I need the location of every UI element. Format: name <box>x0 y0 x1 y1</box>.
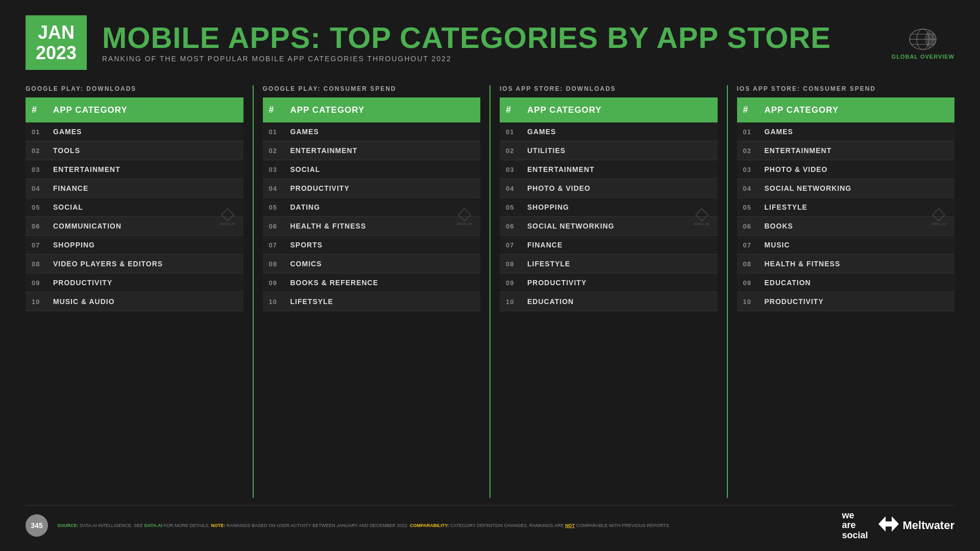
row-num: 07 <box>263 236 284 255</box>
row-num: 10 <box>26 292 47 311</box>
table-3: # APP CATEGORY 01GAMES02UTILITIES03ENTER… <box>500 97 718 311</box>
row-num: 06 <box>500 217 521 236</box>
row-category: FINANCE <box>47 179 243 198</box>
row-num: 09 <box>263 273 284 292</box>
brand-logos: we are social Meltwater <box>842 511 954 541</box>
table-row: 02TOOLS <box>26 141 243 160</box>
globe-icon <box>902 26 943 54</box>
table-row: 02ENTERTAINMENT <box>263 141 481 160</box>
row-category: TOOLS <box>47 141 243 160</box>
row-num: 04 <box>26 179 47 198</box>
table-wrapper-2: # APP CATEGORY 01GAMES02ENTERTAINMENT03S… <box>263 97 481 311</box>
row-category: SOCIAL NETWORKING <box>758 179 955 198</box>
row-num: 05 <box>26 198 47 217</box>
table-row: 06HEALTH & FITNESS <box>263 217 481 236</box>
table-row: 04SOCIAL NETWORKING <box>737 179 955 198</box>
row-category: MUSIC <box>758 236 955 255</box>
table-row: 01GAMES <box>500 122 718 141</box>
meltwater-svg-icon <box>878 516 899 532</box>
table-body-1: 01GAMES02TOOLS03ENTERTAINMENT04FINANCE05… <box>26 122 243 311</box>
col-num-4: # <box>737 97 758 122</box>
we-are-social-logo: we are social <box>842 511 868 541</box>
table-row: 03ENTERTAINMENT <box>26 160 243 179</box>
table-header-row-2: # APP CATEGORY <box>263 97 481 122</box>
table-row: 05SHOPPING <box>500 198 718 217</box>
row-category: GAMES <box>284 122 481 141</box>
table-1: # APP CATEGORY 01GAMES02TOOLS03ENTERTAIN… <box>26 97 243 311</box>
row-category: ENTERTAINMENT <box>284 141 481 160</box>
table-wrapper-1: # APP CATEGORY 01GAMES02TOOLS03ENTERTAIN… <box>26 97 243 311</box>
row-category: SHOPPING <box>521 198 718 217</box>
table-row: 01GAMES <box>26 122 243 141</box>
global-overview: GLOBAL OVERVIEW <box>892 26 954 60</box>
table-row: 04FINANCE <box>26 179 243 198</box>
row-num: 04 <box>737 179 758 198</box>
svg-marker-5 <box>878 516 899 532</box>
table-header-row-1: # APP CATEGORY <box>26 97 243 122</box>
row-category: MUSIC & AUDIO <box>47 292 243 311</box>
table-row: 07FINANCE <box>500 236 718 255</box>
row-category: HEALTH & FITNESS <box>758 255 955 273</box>
table-row: 05DATING <box>263 198 481 217</box>
table-row: 01GAMES <box>737 122 955 141</box>
row-category: VIDEO PLAYERS & EDITORS <box>47 255 243 273</box>
row-category: DATING <box>284 198 481 217</box>
table-row: 10PRODUCTIVITY <box>737 292 955 311</box>
col-cat-4: APP CATEGORY <box>758 97 955 122</box>
row-num: 01 <box>263 122 284 141</box>
col-num-2: # <box>263 97 284 122</box>
row-num: 03 <box>263 160 284 179</box>
row-category: ENTERTAINMENT <box>521 160 718 179</box>
table-row: 09PRODUCTIVITY <box>500 273 718 292</box>
table-row: 04PHOTO & VIDEO <box>500 179 718 198</box>
global-label: GLOBAL OVERVIEW <box>892 54 954 60</box>
row-num: 09 <box>26 273 47 292</box>
table-wrapper-3: # APP CATEGORY 01GAMES02UTILITIES03ENTER… <box>500 97 718 311</box>
row-num: 02 <box>26 141 47 160</box>
note-label: NOTE: <box>211 523 225 528</box>
row-num: 04 <box>263 179 284 198</box>
row-num: 07 <box>500 236 521 255</box>
table-row: 09PRODUCTIVITY <box>26 273 243 292</box>
row-num: 09 <box>500 273 521 292</box>
table-header-row-3: # APP CATEGORY <box>500 97 718 122</box>
row-category: PHOTO & VIDEO <box>521 179 718 198</box>
row-category: PHOTO & VIDEO <box>758 160 955 179</box>
row-num: 02 <box>737 141 758 160</box>
table-body-4: 01GAMES02ENTERTAINMENT03PHOTO & VIDEO04S… <box>737 122 955 311</box>
table-ios-downloads: IOS APP STORE: DOWNLOADS # APP CATEGORY … <box>500 85 718 497</box>
row-num: 10 <box>263 292 284 311</box>
table-2: # APP CATEGORY 01GAMES02ENTERTAINMENT03S… <box>263 97 481 311</box>
table-body-3: 01GAMES02UTILITIES03ENTERTAINMENT04PHOTO… <box>500 122 718 311</box>
row-category: SOCIAL NETWORKING <box>521 217 718 236</box>
row-num: 03 <box>500 160 521 179</box>
comparability-label: COMPARABILITY: <box>410 523 449 528</box>
row-category: SOCIAL <box>284 160 481 179</box>
row-num: 03 <box>737 160 758 179</box>
source-detail2: FOR MORE DETAILS. <box>163 523 211 528</box>
section-label-gplay-spend: GOOGLE PLAY: CONSUMER SPEND <box>263 85 481 92</box>
col-num-1: # <box>26 97 47 122</box>
table-row: 10LIFETSYLE <box>263 292 481 311</box>
row-category: LIFESTYLE <box>521 255 718 273</box>
table-gplay-spend: GOOGLE PLAY: CONSUMER SPEND # APP CATEGO… <box>263 85 481 497</box>
table-gplay-downloads: GOOGLE PLAY: DOWNLOADS # APP CATEGORY 01… <box>26 85 243 497</box>
source-link: DATA.AI <box>144 523 162 528</box>
table-row: 07SHOPPING <box>26 236 243 255</box>
source-label: SOURCE: <box>57 523 79 528</box>
row-category: UTILITIES <box>521 141 718 160</box>
divider-2 <box>489 85 491 497</box>
col-cat-3: APP CATEGORY <box>521 97 718 122</box>
main-title: MOBILE APPS: TOP CATEGORIES BY APP STORE <box>102 23 892 53</box>
table-row: 09EDUCATION <box>737 273 955 292</box>
date-year: 2023 <box>35 43 78 63</box>
row-num: 01 <box>500 122 521 141</box>
comparability-text: CATEGORY DEFINITION CHANGES. RANKINGS AR… <box>450 523 565 528</box>
row-num: 10 <box>500 292 521 311</box>
section-label-ios-spend: IOS APP STORE: CONSUMER SPEND <box>737 85 955 92</box>
content-grid: GOOGLE PLAY: DOWNLOADS # APP CATEGORY 01… <box>26 85 954 497</box>
row-category: LIFESTYLE <box>758 198 955 217</box>
row-category: PRODUCTIVITY <box>284 179 481 198</box>
row-category: SOCIAL <box>47 198 243 217</box>
date-jan: JAN <box>35 22 78 43</box>
